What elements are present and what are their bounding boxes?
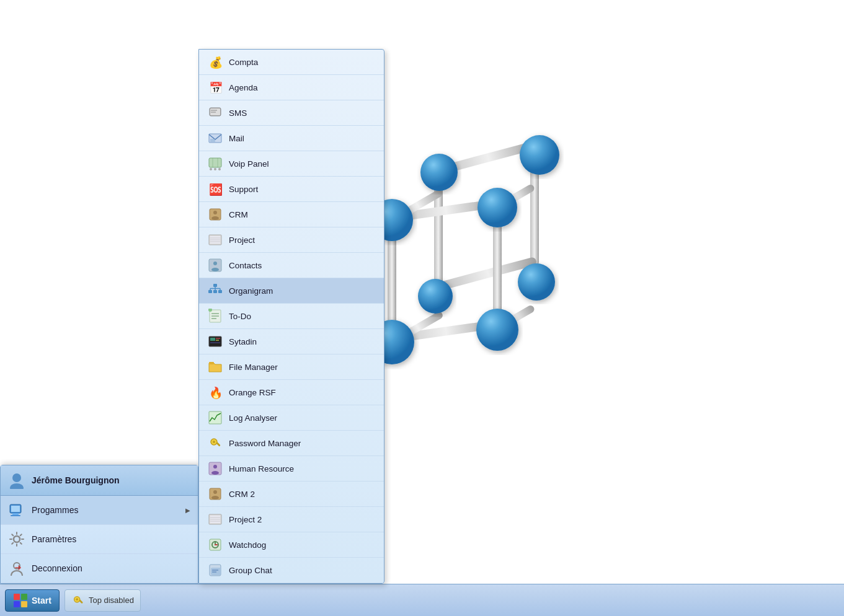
submenu-group-chat[interactable]: Group Chat [199,558,384,583]
orange-rsf-icon: 🔥 [208,385,223,400]
deconnexion-label: Deconnexion [32,563,82,573]
sms-label: SMS [229,108,247,118]
submenu-organigram[interactable]: Organigram [199,278,384,304]
submenu-human-resource[interactable]: Human Resource [199,456,384,482]
programmes-icon [8,501,25,519]
svg-text:💰: 💰 [209,56,223,69]
svg-rect-35 [210,139,215,142]
start-menu-user[interactable]: Jérôme Bourguignon [1,465,198,496]
top-disabled-button[interactable]: Top disabled [64,589,141,612]
submenu-watchdog[interactable]: Watchdog [199,532,384,558]
svg-point-37 [210,168,212,170]
project-label: Project [229,235,255,245]
svg-point-26 [14,536,20,542]
crm2-icon [208,486,223,501]
submenu-project2[interactable]: Project 2 [199,507,384,532]
submenu-sytadin[interactable]: Sytadin [199,329,384,354]
svg-rect-55 [218,290,222,293]
human-resource-icon [208,461,223,476]
svg-rect-69 [216,340,219,341]
crm-label: CRM [229,210,248,219]
top-disabled-label: Top disabled [89,596,134,605]
agenda-icon: 📅 [208,80,223,95]
programmes-arrow: ▶ [185,507,190,514]
svg-rect-96 [14,594,20,600]
submenu-contacts[interactable]: Contacts [199,253,384,278]
svg-rect-98 [14,601,20,607]
submenu-password-manager[interactable]: Password Manager [199,431,384,456]
project2-label: Project 2 [229,515,262,524]
support-label: Support [229,185,258,194]
parametres-label: Paramètres [32,534,76,544]
password-manager-label: Password Manager [229,439,301,448]
start-button[interactable]: Start [5,589,60,612]
svg-text:📅: 📅 [209,81,223,95]
voip-panel-label: Voip Panel [229,159,269,169]
svg-point-78 [213,465,217,469]
group-chat-icon [208,563,223,578]
svg-point-51 [211,268,219,271]
svg-rect-25 [11,506,20,512]
user-name: Jérôme Bourguignon [32,475,120,485]
submenu-compta[interactable]: 💰 Compta [199,50,384,75]
svg-rect-36 [209,158,221,167]
submenu-support[interactable]: 🆘 Support [199,177,384,202]
svg-rect-52 [213,284,217,287]
svg-rect-23 [12,513,19,515]
submenu-log-analyser[interactable]: Log Analyser [199,405,384,431]
start-menu-programmes[interactable]: Progammes ▶ [1,496,198,525]
file-manager-label: File Manager [229,363,278,372]
svg-text:🆘: 🆘 [209,183,223,196]
svg-rect-54 [213,290,217,293]
svg-rect-70 [210,342,220,343]
svg-point-14 [518,263,555,301]
submenu-todo[interactable]: To-Do [199,304,384,329]
svg-rect-99 [21,601,27,607]
start-menu-parametres[interactable]: Paramètres [1,525,198,554]
start-button-icon [13,593,28,608]
submenu-voip-panel[interactable]: Voip Panel [199,151,384,177]
submenu-file-manager[interactable]: File Manager [199,354,384,380]
network-cube-graphic [360,124,620,446]
compta-label: Compta [229,58,258,67]
svg-point-15 [418,279,453,314]
crm2-label: CRM 2 [229,490,255,499]
file-manager-icon [208,359,223,374]
top-disabled-icon [71,594,85,607]
submenu-sms[interactable]: SMS [199,100,384,126]
compta-icon: 💰 [208,55,223,69]
svg-point-19 [476,309,518,351]
svg-rect-67 [210,338,215,341]
sms-icon [208,105,223,120]
start-menu-deconnexion[interactable]: Deconnexion [1,554,198,583]
user-avatar-icon [8,472,25,489]
todo-icon [208,309,223,323]
svg-point-38 [214,168,216,170]
svg-point-79 [211,471,219,475]
svg-point-82 [211,496,219,499]
svg-point-13 [420,154,458,191]
parametres-icon [8,530,25,548]
todo-label: To-Do [229,312,251,321]
submenu-crm[interactable]: CRM [199,202,384,227]
mail-label: Mail [229,134,244,143]
svg-rect-68 [216,338,220,339]
organigram-label: Organigram [229,286,273,296]
svg-point-43 [211,216,219,220]
submenu-crm2[interactable]: CRM 2 [199,482,384,507]
submenu-orange-rsf[interactable]: 🔥 Orange RSF [199,380,384,405]
group-chat-label: Group Chat [229,566,272,575]
svg-point-12 [520,135,559,175]
crm-icon [208,207,223,222]
submenu-agenda[interactable]: 📅 Agenda [199,75,384,100]
log-analyser-label: Log Analyser [229,413,277,423]
svg-rect-71 [209,362,214,364]
taskbar: Start Top disabled [0,584,844,616]
sytadin-icon [208,334,223,349]
svg-rect-53 [208,290,212,293]
submenu-project[interactable]: Project [199,227,384,253]
programmes-label: Progammes [32,505,78,515]
svg-text:🔥: 🔥 [209,386,223,400]
contacts-label: Contacts [229,261,262,270]
submenu-mail[interactable]: Mail [199,126,384,151]
